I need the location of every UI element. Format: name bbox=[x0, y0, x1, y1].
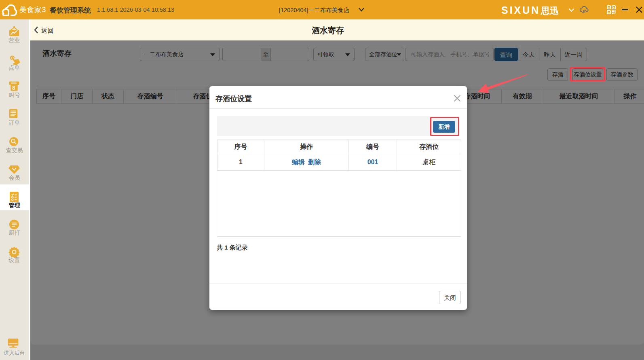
svg-text:8: 8 bbox=[12, 85, 15, 91]
